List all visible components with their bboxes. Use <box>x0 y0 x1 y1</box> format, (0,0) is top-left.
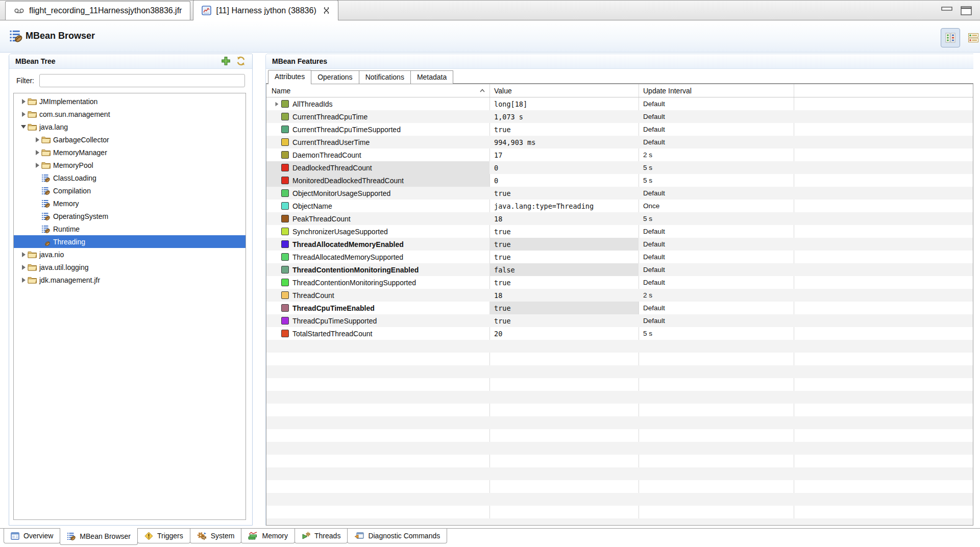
mbean-features-panel: MBean Features Attributes Operations Not… <box>265 54 973 526</box>
tree-item[interactable]: jdk.management.jfr <box>14 274 246 286</box>
editor-tab-jvm-console[interactable]: [11] Harness jython (38836) <box>193 0 338 20</box>
attribute-name: ObjectName <box>292 202 332 210</box>
tree-item-label: OperatingSystem <box>53 212 108 220</box>
tree-item[interactable]: MemoryManager <box>14 146 246 159</box>
tree-item[interactable]: com.sun.management <box>14 108 246 120</box>
column-header-name[interactable]: Name <box>266 87 489 95</box>
add-icon[interactable] <box>221 56 231 66</box>
tree-item[interactable]: java.util.logging <box>14 261 246 274</box>
attribute-color-swatch <box>281 279 289 286</box>
tree-item-selected[interactable]: Threading <box>14 235 246 248</box>
page-tab-triggers[interactable]: Triggers <box>137 529 190 543</box>
tree-item-label: Runtime <box>53 225 80 233</box>
table-row[interactable]: ThreadCpuTimeSupported true Default <box>266 314 973 327</box>
tree-item[interactable]: ClassLoading <box>14 171 246 184</box>
system-icon <box>197 532 207 540</box>
table-filler-row <box>266 493 973 506</box>
attribute-value <box>489 480 639 493</box>
attribute-name: ThreadCpuTimeEnabled <box>292 304 375 312</box>
tree-item[interactable]: Compilation <box>14 184 246 197</box>
attribute-name: MonitoredDeadlockedThreadCount <box>292 177 404 185</box>
tree-item[interactable]: MemoryPool <box>14 159 246 171</box>
table-row[interactable]: ThreadCount 18 2 s <box>266 289 973 302</box>
table-row[interactable]: ThreadCpuTimeEnabled true Default <box>266 302 973 314</box>
attribute-name: SynchronizerUsageSupported <box>292 228 388 236</box>
attribute-name: CurrentThreadCpuTimeSupported <box>292 126 401 134</box>
attribute-update-interval: Default <box>639 225 794 238</box>
attribute-update-interval: Default <box>639 187 794 200</box>
vertical-layout-button[interactable] <box>941 28 960 47</box>
expand-arrow[interactable] <box>19 125 28 129</box>
expand-arrow[interactable] <box>33 150 41 155</box>
attribute-update-interval <box>639 378 794 391</box>
close-icon[interactable] <box>323 7 330 14</box>
mbean-tree: JMImplementation com.sun.management java… <box>13 93 246 520</box>
attribute-value: true <box>489 187 639 200</box>
folder-icon <box>41 161 52 169</box>
page-tab-system[interactable]: System <box>190 529 242 543</box>
expand-arrow[interactable] <box>19 99 28 104</box>
table-filler-row <box>266 518 973 526</box>
table-row[interactable]: DeadlockedThreadCount 0 5 s <box>266 161 973 174</box>
attribute-color-swatch <box>281 240 289 248</box>
table-row[interactable]: ThreadContentionMonitoringSupported true… <box>266 276 973 289</box>
table-filler-row <box>266 467 973 480</box>
page-tab-memory[interactable]: Memory <box>241 529 295 543</box>
page-tab-mbean-browser[interactable]: MBean Browser <box>60 528 138 545</box>
page-tab-overview[interactable]: Overview <box>4 529 60 543</box>
attribute-value <box>489 416 639 429</box>
tree-item[interactable]: java.nio <box>14 248 246 261</box>
tab-attributes[interactable]: Attributes <box>268 70 311 84</box>
attribute-color-swatch <box>281 317 289 325</box>
horizontal-layout-button[interactable] <box>964 28 980 47</box>
tree-item[interactable]: JMImplementation <box>14 95 246 108</box>
tree-item[interactable]: java.lang <box>14 120 246 133</box>
table-row[interactable]: TotalStartedThreadCount 20 5 s <box>266 327 973 340</box>
table-row[interactable]: ObjectMonitorUsageSupported true Default <box>266 187 973 200</box>
column-header-update-interval[interactable]: Update Interval <box>639 87 794 95</box>
expand-arrow[interactable] <box>33 137 41 142</box>
expand-arrow[interactable] <box>19 265 28 270</box>
mbean-icon <box>41 238 52 246</box>
tree-item[interactable]: OperatingSystem <box>14 210 246 222</box>
tree-item[interactable]: Memory <box>14 197 246 210</box>
expand-arrow[interactable] <box>19 278 28 283</box>
expand-arrow[interactable] <box>33 163 41 168</box>
table-row[interactable]: DaemonThreadCount 17 2 s <box>266 148 973 161</box>
tab-metadata[interactable]: Metadata <box>410 70 453 84</box>
page-tab-threads[interactable]: Threads <box>295 529 348 543</box>
table-row[interactable]: CurrentThreadCpuTime 1,073 s Default <box>266 110 973 123</box>
expand-arrow[interactable] <box>273 102 281 107</box>
tree-item[interactable]: Runtime <box>14 222 246 235</box>
table-row[interactable]: ThreadAllocatedMemoryEnabled true Defaul… <box>266 238 973 251</box>
refresh-icon[interactable] <box>236 56 246 66</box>
table-row[interactable]: ThreadAllocatedMemorySupported true Defa… <box>266 251 973 263</box>
table-row[interactable]: ObjectName java.lang:type=Threading Once <box>266 200 973 212</box>
feature-tabs: Attributes Operations Notifications Meta… <box>266 69 973 84</box>
filter-input[interactable] <box>39 74 245 87</box>
table-row[interactable]: CurrentThreadCpuTimeSupported true Defau… <box>266 123 973 136</box>
attribute-value: 18 <box>489 289 639 302</box>
maximize-icon[interactable] <box>961 6 972 15</box>
tab-notifications[interactable]: Notifications <box>359 70 411 84</box>
table-row[interactable]: CurrentThreadUserTime 994,903 ms Default <box>266 136 973 148</box>
expand-arrow[interactable] <box>19 112 28 117</box>
attribute-update-interval: 5 s <box>639 174 794 187</box>
table-row[interactable]: PeakThreadCount 18 5 s <box>266 212 973 225</box>
table-row[interactable]: AllThreadIds long[18] Default <box>266 97 973 110</box>
table-row[interactable]: ThreadContentionMonitoringEnabled false … <box>266 263 973 276</box>
attribute-name: ThreadCount <box>292 291 334 300</box>
tab-operations[interactable]: Operations <box>311 70 359 84</box>
expand-arrow[interactable] <box>19 252 28 257</box>
attribute-color-swatch <box>281 215 289 222</box>
tree-item[interactable]: GarbageCollector <box>14 133 246 146</box>
page-tab-label: Diagnostic Commands <box>368 532 440 540</box>
minimize-icon[interactable] <box>941 6 952 15</box>
column-header-value[interactable]: Value <box>489 87 639 95</box>
page-tab-diagnostic-commands[interactable]: Diagnostic Commands <box>347 529 447 543</box>
editor-tab-flight-recording[interactable]: flight_recording_11Harnessjython38836.jf… <box>5 1 190 20</box>
mbean-icon <box>41 225 52 233</box>
table-row[interactable]: MonitoredDeadlockedThreadCount 0 5 s <box>266 174 973 187</box>
table-row[interactable]: SynchronizerUsageSupported true Default <box>266 225 973 238</box>
attribute-update-interval <box>639 442 794 455</box>
